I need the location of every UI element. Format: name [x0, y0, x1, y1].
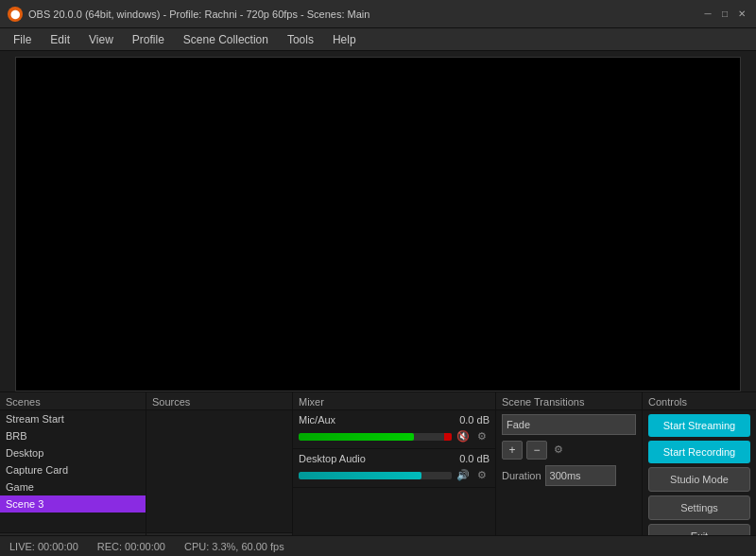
mixer-desktop-mute-button[interactable]: 🔊 [455, 468, 471, 483]
scene-list: Stream Start BRB Desktop Capture Card Ga… [0, 410, 146, 513]
menu-file[interactable]: File [4, 28, 41, 51]
status-rec: REC: 00:00:00 [97, 541, 165, 552]
menu-view[interactable]: View [79, 28, 123, 51]
close-button[interactable]: ✕ [735, 8, 748, 21]
mixer-mic-settings-icon[interactable]: ⚙ [474, 429, 490, 444]
status-live: LIVE: 00:00:00 [9, 541, 78, 552]
transition-settings-icon[interactable]: ⚙ [551, 443, 566, 458]
window-controls: ─ □ ✕ [701, 8, 748, 21]
menu-bar: File Edit View Profile Scene Collection … [0, 28, 756, 51]
duration-label: Duration [502, 470, 541, 481]
scene-item-capture-card[interactable]: Capture Card [0, 461, 146, 478]
mixer-mic-red-portion [444, 433, 452, 441]
sources-panel: Sources + − ⚙ ∧ ∨ [146, 392, 293, 556]
start-recording-button[interactable]: Start Recording [648, 441, 750, 463]
main-content: Scenes Stream Start BRB Desktop Capture … [0, 51, 756, 556]
scenes-list-container: Stream Start BRB Desktop Capture Card Ga… [0, 410, 146, 532]
sources-list-container [146, 410, 292, 532]
mixer-header: Mixer [293, 392, 495, 410]
transitions-header: Scene Transitions [496, 392, 642, 410]
transitions-panel: Scene Transitions Fade Cut Swipe Slide S… [496, 392, 643, 556]
mixer-mic-mute-button[interactable]: 🔇 [455, 429, 471, 444]
controls-panel: Controls Start Streaming Start Recording… [643, 392, 756, 556]
app: ⬤ OBS 20.0.0 (64bit, windows) - Profile:… [0, 0, 756, 556]
mixer-mic-label: Mic/Aux [299, 414, 335, 426]
start-streaming-button[interactable]: Start Streaming [648, 414, 750, 437]
scenes-panel: Scenes Stream Start BRB Desktop Capture … [0, 392, 146, 556]
status-bar: LIVE: 00:00:00 REC: 00:00:00 CPU: 3.3%, … [0, 535, 756, 556]
transition-type-select[interactable]: Fade Cut Swipe Slide Stinger Fade to Col… [502, 414, 636, 435]
controls-header: Controls [643, 392, 756, 410]
mixer-content: Mic/Aux 0.0 dB 🔇 ⚙ [293, 410, 495, 556]
mixer-mic-fader-fill [299, 433, 414, 441]
title-text: OBS 20.0.0 (64bit, windows) - Profile: R… [28, 9, 701, 20]
mixer-desktop-controls: 🔊 ⚙ [299, 468, 490, 483]
mixer-panel: Mixer Mic/Aux 0.0 dB [293, 392, 496, 556]
app-icon: ⬤ [8, 7, 23, 22]
mixer-desktop-db: 0.0 dB [459, 453, 490, 464]
mixer-desktop-fader[interactable] [299, 472, 452, 479]
preview-area [15, 57, 741, 391]
mixer-channel-desktop-header: Desktop Audio 0.0 dB [299, 453, 490, 464]
mixer-channel-mic-header: Mic/Aux 0.0 dB [299, 414, 490, 426]
menu-edit[interactable]: Edit [41, 28, 79, 51]
scene-item-game[interactable]: Game [0, 478, 146, 495]
transitions-content: Fade Cut Swipe Slide Stinger Fade to Col… [496, 410, 642, 556]
mixer-desktop-label: Desktop Audio [299, 453, 366, 464]
scene-item-stream-start[interactable]: Stream Start [0, 410, 146, 427]
settings-button[interactable]: Settings [648, 495, 750, 520]
transition-remove-button[interactable]: − [526, 441, 547, 460]
transition-buttons: + − ⚙ [502, 441, 636, 460]
mixer-desktop-fader-fill [299, 472, 421, 479]
studio-mode-button[interactable]: Studio Mode [648, 467, 750, 492]
mixer-mic-fader[interactable] [299, 433, 452, 441]
menu-scene-collection[interactable]: Scene Collection [174, 28, 278, 51]
maximize-button[interactable]: □ [718, 8, 731, 21]
mixer-mic-db: 0.0 dB [459, 414, 490, 426]
scenes-header: Scenes [0, 392, 146, 410]
scene-item-scene3[interactable]: Scene 3 [0, 495, 146, 513]
duration-select-wrap: 100ms 200ms 300ms 500ms 750ms 1000ms [545, 465, 616, 486]
duration-select[interactable]: 100ms 200ms 300ms 500ms 750ms 1000ms [545, 465, 616, 486]
mixer-mic-controls: 🔇 ⚙ [299, 429, 490, 444]
minimize-button[interactable]: ─ [701, 8, 714, 21]
title-bar: ⬤ OBS 20.0.0 (64bit, windows) - Profile:… [0, 0, 756, 28]
menu-tools[interactable]: Tools [278, 28, 323, 51]
duration-row: Duration 100ms 200ms 300ms 500ms 750ms 1… [502, 465, 636, 486]
transition-add-button[interactable]: + [502, 441, 523, 460]
mixer-channel-mic: Mic/Aux 0.0 dB 🔇 ⚙ [293, 410, 495, 449]
status-cpu: CPU: 3.3%, 60.00 fps [184, 541, 284, 552]
scene-item-brb[interactable]: BRB [0, 427, 146, 444]
scene-item-desktop[interactable]: Desktop [0, 444, 146, 461]
mixer-desktop-settings-icon[interactable]: ⚙ [474, 468, 490, 483]
transition-select-row: Fade Cut Swipe Slide Stinger Fade to Col… [502, 414, 636, 435]
menu-help[interactable]: Help [323, 28, 366, 51]
sources-header: Sources [146, 392, 292, 410]
bottom-panels: Scenes Stream Start BRB Desktop Capture … [0, 391, 756, 556]
menu-profile[interactable]: Profile [123, 28, 174, 51]
controls-content: Start Streaming Start Recording Studio M… [643, 410, 756, 556]
mixer-channel-desktop: Desktop Audio 0.0 dB 🔊 ⚙ [293, 449, 495, 488]
